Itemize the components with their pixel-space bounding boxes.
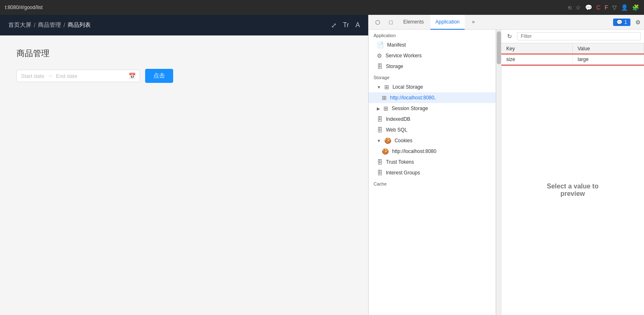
browser-icons: ⎋ ☆ 💬 C F ▽ 👤 🧩	[568, 4, 639, 11]
share-icon[interactable]: ⎋	[568, 4, 571, 11]
sidebar-item-cookies[interactable]: 🍪 Cookies	[369, 135, 496, 146]
sidebar-item-label: Storage	[386, 63, 403, 69]
manifest-icon: 📄	[377, 42, 384, 48]
devtools-sidebar: Application 📄 Manifest ⚙ Service Workers…	[369, 30, 496, 315]
end-date-placeholder[interactable]: End date	[56, 73, 77, 79]
app-content: 商品管理 Start date → End date 📅 点击	[0, 35, 368, 315]
breadcrumb: 首页大屏 / 商品管理 / 商品列表	[8, 21, 91, 29]
resize-icon[interactable]: ⤢	[331, 21, 336, 29]
websql-icon: 🗄	[377, 127, 383, 133]
col-key-header: Key	[501, 43, 573, 54]
table-header: Key Value	[501, 43, 644, 54]
select-message-text: Select a value to preview	[547, 183, 598, 197]
browser-titlebar: t:8080/#/good/list ⎋ ☆ 💬 C F ▽ 👤 🧩	[0, 0, 644, 15]
search-button[interactable]: 点击	[145, 69, 173, 83]
sidebar-item-label: Interest Groups	[386, 170, 420, 176]
sidebar-item-label: IndexedDB	[386, 116, 410, 122]
badge-count: 1	[624, 19, 627, 25]
sidebar-item-trust-tokens[interactable]: 🗄 Trust Tokens	[369, 157, 496, 167]
devtools-settings-icon[interactable]: ⚙	[635, 19, 641, 26]
devtools-body: Application 📄 Manifest ⚙ Service Workers…	[369, 30, 644, 315]
badge-icon: 💬	[616, 19, 623, 25]
col-value-header: Value	[573, 43, 644, 54]
sidebar-section-cache: Cache	[369, 178, 496, 188]
cursor-icon-btn[interactable]: ⬡	[372, 16, 383, 28]
session-storage-chevron	[377, 106, 380, 111]
interest-groups-icon: 🗄	[377, 169, 383, 176]
storage-app-icon: 🗄	[377, 63, 383, 70]
sidebar-item-websql[interactable]: 🗄 Web SQL	[369, 125, 496, 135]
filter-input[interactable]	[517, 32, 641, 40]
sidebar-scrollbar-thumb[interactable]	[497, 31, 501, 64]
tab-elements[interactable]: Elements	[398, 15, 429, 30]
tab-more[interactable]: »	[467, 15, 480, 30]
service-workers-icon: ⚙	[377, 52, 382, 59]
sidebar-item-indexeddb[interactable]: 🗄 IndexedDB	[369, 114, 496, 125]
sidebar-item-label: Local Storage	[393, 84, 423, 90]
breadcrumb-home[interactable]: 首页大屏	[8, 21, 31, 29]
ext1-icon[interactable]: C	[596, 4, 600, 11]
ext3-icon[interactable]: ▽	[612, 4, 617, 11]
ext4-icon[interactable]: 👤	[621, 4, 628, 11]
devtools-panel: ⬡ □ Elements Application » 💬 1 ⚙ Applica…	[368, 15, 644, 315]
session-storage-icon: ⊞	[383, 105, 388, 112]
sidebar-item-localhost-local[interactable]: ⊞ http://localhost:8080,	[369, 92, 496, 103]
sidebar-item-label: http://localhost:8080	[392, 148, 436, 154]
sidebar-item-local-storage[interactable]: ⊞ Local Storage	[369, 82, 496, 92]
cell-value: large	[573, 54, 644, 64]
calendar-icon[interactable]: 📅	[129, 73, 136, 79]
local-storage-chevron	[377, 85, 381, 89]
sidebar-item-session-storage[interactable]: ⊞ Session Storage	[369, 103, 496, 114]
inspect-icon-btn[interactable]: □	[385, 16, 397, 28]
breadcrumb-sep1: /	[34, 22, 35, 28]
localhost-cookies-icon: 🍪	[382, 148, 389, 155]
filter-row: Start date → End date 📅 点击	[16, 69, 352, 83]
notification-badge[interactable]: 💬 1	[613, 19, 630, 26]
indexeddb-icon: 🗄	[377, 116, 383, 122]
breadcrumb-sep2: /	[63, 22, 65, 28]
local-storage-icon: ⊞	[384, 84, 389, 90]
sidebar-item-storage-app[interactable]: 🗄 Storage	[369, 61, 496, 72]
browser-url: t:8080/#/good/list	[5, 5, 42, 10]
sidebar-item-label: Web SQL	[386, 127, 407, 133]
app-area: 首页大屏 / 商品管理 / 商品列表 ⤢ Tr A 商品管理 Start dat…	[0, 15, 368, 315]
date-range-input[interactable]: Start date → End date 📅	[16, 70, 140, 82]
font-icon[interactable]: A	[355, 21, 360, 29]
devtools-sidebar-wrapper: Application 📄 Manifest ⚙ Service Workers…	[369, 30, 501, 315]
sidebar-item-label: Trust Tokens	[386, 159, 414, 165]
page-title: 商品管理	[16, 48, 352, 59]
topbar-icons: ⤢ Tr A	[331, 21, 360, 29]
start-date-placeholder[interactable]: Start date	[21, 73, 44, 79]
trust-tokens-icon: 🗄	[377, 159, 383, 165]
sidebar-scrollbar[interactable]	[496, 30, 501, 315]
table-row[interactable]: size large	[501, 54, 644, 65]
extensions-icon[interactable]: 🧩	[632, 4, 639, 11]
localhost-local-icon: ⊞	[382, 94, 387, 101]
sidebar-section-application: Application	[369, 30, 496, 40]
sidebar-item-manifest[interactable]: 📄 Manifest	[369, 40, 496, 50]
tab-application[interactable]: Application	[430, 15, 465, 30]
select-value-message: Select a value to preview	[501, 65, 644, 315]
cookies-chevron	[377, 139, 381, 143]
refresh-button[interactable]: ↻	[505, 31, 515, 41]
star-icon[interactable]: ☆	[576, 4, 581, 11]
sidebar-item-label: Cookies	[395, 138, 412, 143]
cookies-icon: 🍪	[384, 137, 391, 144]
breadcrumb-current: 商品列表	[68, 21, 91, 29]
sidebar-item-localhost-cookies[interactable]: 🍪 http://localhost:8080	[369, 146, 496, 157]
sidebar-item-label: http://localhost:8080,	[390, 95, 436, 101]
date-arrow-icon: →	[47, 73, 52, 79]
ext2-icon[interactable]: F	[604, 4, 608, 11]
sidebar-item-label: Service Workers	[385, 53, 422, 59]
sidebar-item-interest-groups[interactable]: 🗄 Interest Groups	[369, 167, 496, 178]
sidebar-section-storage: Storage	[369, 72, 496, 82]
sidebar-item-label: Manifest	[387, 42, 406, 48]
feedback-icon[interactable]: 💬	[585, 4, 592, 11]
text-icon[interactable]: Tr	[343, 21, 349, 29]
main-layout: 首页大屏 / 商品管理 / 商品列表 ⤢ Tr A 商品管理 Start dat…	[0, 15, 644, 315]
breadcrumb-category[interactable]: 商品管理	[38, 21, 61, 29]
app-topbar: 首页大屏 / 商品管理 / 商品列表 ⤢ Tr A	[0, 15, 368, 35]
devtools-tabs: ⬡ □ Elements Application » 💬 1 ⚙	[369, 15, 644, 30]
sidebar-item-service-workers[interactable]: ⚙ Service Workers	[369, 50, 496, 61]
cell-key: size	[501, 54, 573, 64]
